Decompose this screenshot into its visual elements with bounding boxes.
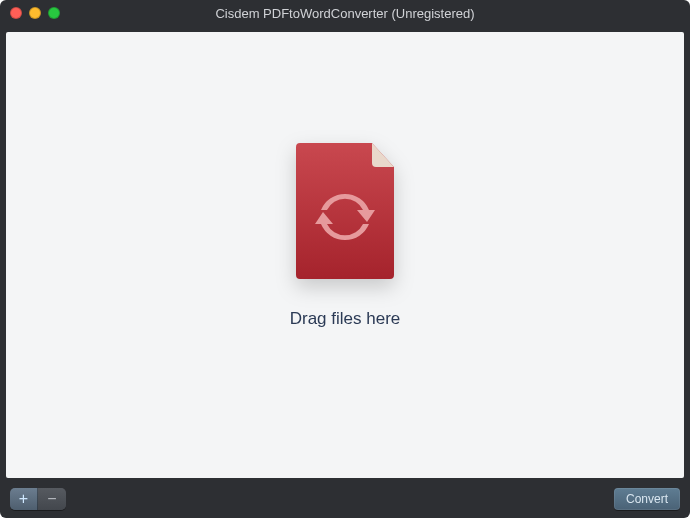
convert-button-label: Convert <box>626 492 668 506</box>
plus-icon: + <box>19 491 28 507</box>
convert-button[interactable]: Convert <box>614 488 680 510</box>
remove-file-button[interactable]: − <box>38 488 66 510</box>
minus-icon: − <box>47 491 56 507</box>
add-file-button[interactable]: + <box>10 488 38 510</box>
content-area: Drag files here <box>6 32 684 478</box>
title-bar: Cisdem PDFtoWordConverter (Unregistered) <box>0 0 690 26</box>
file-convert-icon <box>290 141 400 281</box>
minimize-window-button[interactable] <box>29 7 41 19</box>
bottom-toolbar: + − Convert <box>0 484 690 518</box>
window-title: Cisdem PDFtoWordConverter (Unregistered) <box>0 6 690 21</box>
close-window-button[interactable] <box>10 7 22 19</box>
window-controls <box>10 7 60 19</box>
add-remove-segment: + − <box>10 488 66 510</box>
drop-zone[interactable]: Drag files here <box>290 141 401 329</box>
drop-hint-text: Drag files here <box>290 309 401 329</box>
app-window: Cisdem PDFtoWordConverter (Unregistered) <box>0 0 690 518</box>
zoom-window-button[interactable] <box>48 7 60 19</box>
